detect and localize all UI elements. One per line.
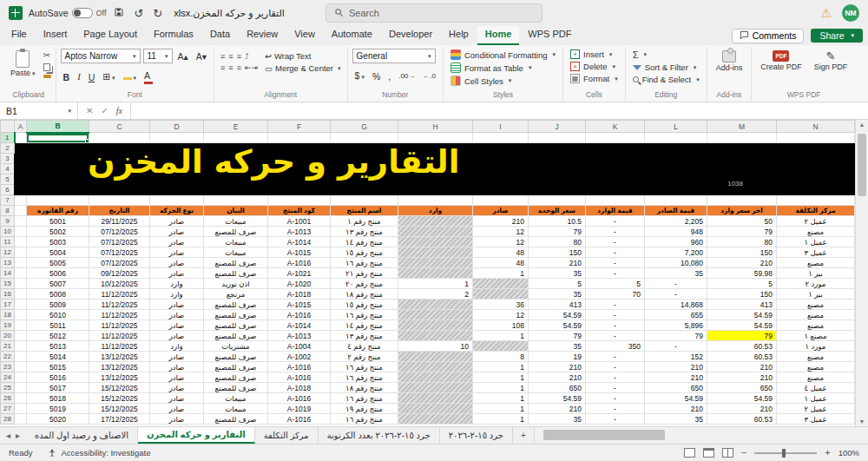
cell[interactable] — [529, 133, 586, 143]
cell[interactable]: - — [586, 237, 645, 247]
cell[interactable] — [15, 383, 27, 393]
table-header-cell[interactable]: مركز التكلفة — [777, 206, 855, 216]
menu-tab-home[interactable]: Home — [477, 26, 520, 45]
table-header-cell[interactable]: نوع الحركه — [150, 206, 204, 216]
warning-icon[interactable]: ⚠ — [820, 7, 832, 19]
percent-icon[interactable]: % — [370, 70, 383, 82]
cell[interactable]: 13/12/2025 — [89, 362, 150, 372]
delete-cells-button[interactable]: × Delete▾ — [568, 61, 621, 72]
row-header-14[interactable]: 14 — [1, 268, 15, 279]
cell[interactable]: 35 — [529, 414, 586, 425]
cell[interactable]: صادر — [150, 237, 204, 247]
cell[interactable]: - — [586, 362, 645, 372]
cell[interactable]: 413 — [529, 300, 586, 310]
select-all-corner[interactable] — [1, 121, 15, 133]
cell[interactable] — [89, 195, 150, 206]
table-header-cell[interactable]: وارد — [398, 206, 473, 216]
cell[interactable]: منتج رقم ١٩ — [331, 404, 398, 414]
cell[interactable]: بير ١ — [777, 289, 855, 300]
menu-tab-developer[interactable]: Developer — [381, 26, 440, 45]
row-header-17[interactable]: 17 — [1, 300, 15, 310]
cell[interactable]: A-1001 — [268, 216, 331, 227]
sheet-tab-reports-stock-movement[interactable]: التقارير و حركه المخزن — [138, 427, 255, 444]
cell[interactable]: A-1020 — [268, 279, 331, 289]
cell[interactable]: مرتجع — [204, 289, 268, 300]
banner-cell[interactable]: التقارير و حركه المخزن1038 — [15, 143, 855, 195]
cut-icon[interactable]: ✂ — [43, 51, 51, 60]
cell[interactable] — [777, 195, 855, 206]
cell[interactable]: 35 — [529, 268, 586, 279]
cell[interactable]: منتج رقم ١٣ — [331, 331, 398, 341]
search-input[interactable]: Search — [326, 3, 542, 23]
cell[interactable]: 210 — [707, 362, 777, 372]
cell[interactable]: - — [586, 331, 645, 341]
cell[interactable]: مشتريات — [204, 341, 268, 352]
cell[interactable]: 5007 — [27, 279, 89, 289]
cell[interactable]: 5012 — [27, 331, 89, 341]
cell[interactable] — [15, 331, 27, 341]
cell[interactable] — [586, 195, 645, 206]
table-header-cell[interactable]: البيان — [204, 206, 268, 216]
number-format-select[interactable]: General▾ — [352, 49, 436, 63]
cell[interactable] — [15, 341, 27, 352]
cell[interactable]: 2 — [398, 289, 473, 300]
cell[interactable]: 5006 — [27, 268, 89, 279]
cell[interactable]: صادر — [150, 404, 204, 414]
menu-tab-data[interactable]: Data — [202, 26, 238, 45]
cell[interactable]: A-1019 — [268, 404, 331, 414]
cell[interactable] — [398, 320, 473, 331]
cell[interactable]: مصنع — [777, 362, 855, 372]
column-header-b[interactable]: B — [27, 121, 89, 133]
cell[interactable] — [473, 289, 529, 300]
accessibility-status[interactable]: Accessibility: Investigate — [48, 448, 150, 458]
vertical-scrollbar[interactable]: ▲ ▼ — [855, 120, 868, 426]
format-painter-icon[interactable] — [43, 75, 51, 78]
cell[interactable]: 210 — [529, 372, 586, 383]
cell[interactable]: A-1013 — [268, 331, 331, 341]
cell[interactable]: مصنع — [777, 227, 855, 237]
cell[interactable]: عميل ٢ — [777, 404, 855, 414]
cell[interactable]: A-1018 — [268, 289, 331, 300]
cell[interactable]: مصنع — [777, 300, 855, 310]
cell[interactable]: 07/12/2025 — [89, 247, 150, 258]
row-header-11[interactable]: 11 — [1, 237, 15, 247]
create-pdf-button[interactable]: PDF Create PDF — [756, 49, 806, 74]
cell[interactable]: صرف للمصنع — [204, 383, 268, 393]
cell[interactable]: 15/12/2025 — [89, 383, 150, 393]
cell[interactable] — [398, 216, 473, 227]
row-header-15[interactable]: 15 — [1, 279, 15, 289]
row-header-22[interactable]: 22 — [1, 352, 15, 362]
table-header-cell[interactable]: قيمة الوارد — [586, 206, 645, 216]
cell[interactable]: 1 — [398, 279, 473, 289]
name-box[interactable]: B1▾ — [0, 102, 78, 119]
page-break-view-icon[interactable] — [722, 448, 733, 458]
cell[interactable]: 07/12/2025 — [89, 237, 150, 247]
cell[interactable]: صرف للمصنع — [204, 352, 268, 362]
cell[interactable]: 79 — [529, 227, 586, 237]
cell[interactable] — [398, 310, 473, 320]
cell[interactable]: 35 — [645, 414, 707, 425]
column-header-a[interactable]: A — [15, 121, 27, 133]
cell[interactable]: 5018 — [27, 393, 89, 404]
align-top-icon[interactable]: ≡ — [219, 52, 227, 61]
cell[interactable]: منتج رقم ١٦ — [331, 393, 398, 404]
cell[interactable]: 59.98 — [707, 268, 777, 279]
share-button[interactable]: Share▾ — [811, 29, 863, 43]
cell[interactable]: - — [586, 300, 645, 310]
cell[interactable]: 07/12/2025 — [89, 227, 150, 237]
save-button[interactable] — [112, 7, 126, 19]
cell[interactable]: 54.59 — [529, 393, 586, 404]
cell[interactable]: صادر — [150, 320, 204, 331]
row-header-16[interactable]: 16 — [1, 289, 15, 300]
cell[interactable]: - — [586, 393, 645, 404]
cell[interactable]: 210 — [707, 258, 777, 268]
table-header-cell[interactable]: قيمة الصادر — [645, 206, 707, 216]
row-header-24[interactable]: 24 — [1, 372, 15, 383]
cell[interactable]: 210 — [645, 362, 707, 372]
cell[interactable]: عميل ٢ — [777, 216, 855, 227]
column-header-g[interactable]: G — [331, 121, 398, 133]
cell[interactable] — [15, 320, 27, 331]
cell[interactable] — [15, 227, 27, 237]
cell[interactable]: 210 — [529, 362, 586, 372]
cell[interactable]: عميل ٤ — [777, 383, 855, 393]
